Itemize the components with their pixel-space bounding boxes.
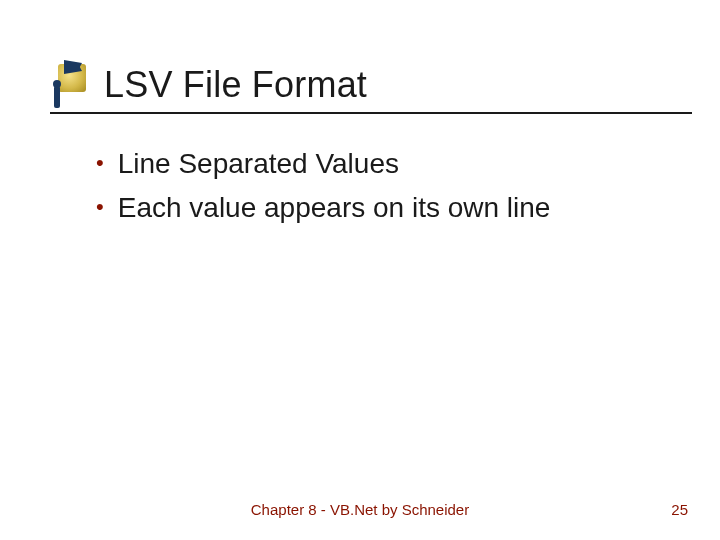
bullet-item: • Line Separated Values — [96, 146, 680, 182]
bullet-item: • Each value appears on its own line — [96, 190, 680, 226]
title-underline — [50, 112, 692, 114]
bullet-icon: • — [96, 190, 104, 224]
flag-figure-icon — [50, 60, 92, 110]
bullet-text: Line Separated Values — [118, 146, 399, 182]
slide-title: LSV File Format — [104, 64, 367, 106]
page-number: 25 — [671, 501, 688, 518]
slide-body: • Line Separated Values • Each value app… — [96, 146, 680, 226]
bullet-text: Each value appears on its own line — [118, 190, 551, 226]
slide: LSV File Format • Line Separated Values … — [0, 0, 720, 540]
slide-header: LSV File Format — [50, 60, 680, 112]
bullet-icon: • — [96, 146, 104, 180]
footer-chapter: Chapter 8 - VB.Net by Schneider — [0, 501, 720, 518]
